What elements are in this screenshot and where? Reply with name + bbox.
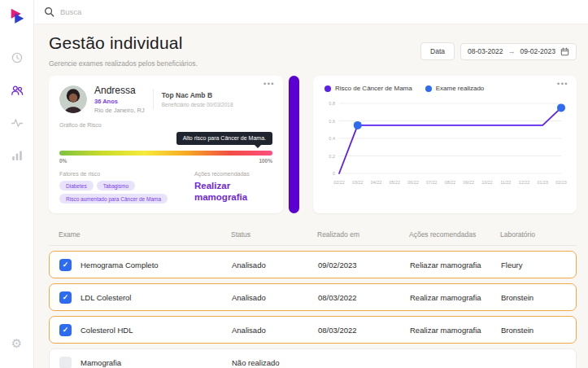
date-start: 08-03-2022 bbox=[468, 47, 503, 55]
table-row[interactable]: LDL Colesterol Analisado 08/03/2022 Real… bbox=[49, 283, 577, 311]
risk-tooltip: Alto risco para Câncer de Mama. bbox=[176, 132, 272, 145]
date-filter-button[interactable]: Data bbox=[420, 42, 455, 60]
sidebar-item-history[interactable] bbox=[6, 46, 28, 69]
date-cell: 09/02/2023 bbox=[318, 261, 410, 269]
patient-name: Andressa bbox=[94, 85, 145, 96]
table-row[interactable]: Mamografia Não realizado bbox=[49, 348, 577, 368]
avatar bbox=[59, 85, 87, 113]
activity-pulse-icon bbox=[11, 116, 24, 129]
column-header-status: Status bbox=[231, 230, 317, 239]
sidebar-item-beneficiaries[interactable] bbox=[6, 79, 28, 102]
patient-card-more-icon[interactable]: ••• bbox=[264, 80, 275, 88]
date-controls: Data 08-03-2022 → 09-02-2023 bbox=[420, 42, 577, 60]
exam-name: LDL Colesterol bbox=[81, 293, 131, 302]
settings-button[interactable]: ⚙ bbox=[6, 332, 28, 355]
exam-checkbox[interactable] bbox=[59, 357, 72, 368]
lab-cell: Fleury bbox=[501, 261, 576, 269]
svg-text:08/22: 08/22 bbox=[445, 180, 455, 185]
svg-text:03/22: 03/22 bbox=[352, 180, 363, 185]
history-clock-icon bbox=[11, 51, 24, 64]
patient-card: ••• bbox=[49, 76, 283, 213]
search-icon bbox=[44, 7, 54, 17]
svg-text:12/22: 12/22 bbox=[519, 180, 529, 185]
risk-line-chart: 00,20,40,60,802/2203/2204/2205/2206/2207… bbox=[323, 95, 567, 195]
risk-scale-max: 100% bbox=[259, 158, 272, 164]
column-header-laboratorio: Laboratório bbox=[500, 230, 577, 239]
svg-text:0: 0 bbox=[333, 171, 335, 176]
patient-plan: Top Nac Amb B bbox=[162, 91, 233, 99]
svg-text:10/22: 10/22 bbox=[481, 180, 492, 185]
svg-text:0,4: 0,4 bbox=[329, 136, 335, 141]
legend-label-exam: Exame realizado bbox=[436, 85, 485, 92]
page-subtitle: Gerencie exames realizados pelos benefic… bbox=[49, 59, 198, 68]
exam-name: Mamografia bbox=[81, 358, 121, 367]
sidebar-item-activity[interactable] bbox=[6, 112, 28, 134]
risk-factors-label: Fatores de risco bbox=[59, 171, 188, 177]
date-cell: 08/03/2022 bbox=[318, 293, 410, 302]
status-cell: Analisado bbox=[232, 261, 318, 269]
svg-text:09/22: 09/22 bbox=[464, 180, 474, 185]
date-range-picker[interactable]: 08-03-2022 → 09-02-2023 bbox=[460, 43, 577, 60]
svg-text:0,2: 0,2 bbox=[329, 154, 335, 159]
table-row[interactable]: Hemograma Completo Analisado 09/02/2023 … bbox=[49, 251, 577, 278]
exam-name: Colesterol HDL bbox=[81, 326, 133, 335]
table-row[interactable]: Colesterol HDL Analisado 08/03/2022 Real… bbox=[49, 316, 577, 344]
exam-checkbox[interactable] bbox=[59, 291, 72, 304]
page-title: Gestão individual bbox=[49, 33, 198, 53]
legend-item-exam: Exame realizado bbox=[425, 85, 485, 92]
app-logo bbox=[8, 7, 26, 28]
date-cell: 08/03/2022 bbox=[318, 326, 410, 335]
svg-text:0,8: 0,8 bbox=[329, 101, 335, 106]
exams-table: Exame Status Realizado em Ações recomend… bbox=[49, 223, 577, 368]
risk-factor-pill: Diabetes bbox=[59, 181, 94, 191]
risk-factor-pill: Risco aumentado para Câncer de Mama bbox=[59, 194, 168, 204]
users-icon bbox=[11, 84, 24, 97]
divider bbox=[153, 89, 154, 110]
risk-gradient-bar bbox=[59, 151, 272, 156]
search-input[interactable] bbox=[60, 7, 182, 16]
calendar-icon bbox=[560, 47, 569, 56]
risk-tooltip-text: Alto risco para Câncer de Mama. bbox=[183, 135, 266, 141]
action-cell: Reliazar mamografia bbox=[410, 261, 501, 269]
bar-chart-icon bbox=[11, 149, 24, 162]
status-cell: Não realizado bbox=[232, 358, 318, 367]
gear-icon: ⚙ bbox=[11, 336, 22, 351]
patient-age: 36 Anos bbox=[94, 98, 145, 105]
svg-text:0,6: 0,6 bbox=[329, 119, 335, 124]
legend-item-risk: Risco de Câncer de Mama bbox=[324, 85, 412, 92]
content: Gestão individual Gerencie exames realiz… bbox=[34, 24, 588, 368]
patient-location: Rio de Janeiro, RJ bbox=[94, 107, 145, 114]
chart-card-more-icon[interactable]: ••• bbox=[557, 80, 568, 88]
recommended-action-link[interactable]: Realizar mamografia bbox=[194, 180, 272, 204]
status-cell: Analisado bbox=[232, 293, 318, 302]
svg-text:02/22: 02/22 bbox=[333, 180, 344, 185]
svg-text:05/22: 05/22 bbox=[390, 180, 400, 185]
exam-checkbox[interactable] bbox=[59, 324, 72, 336]
table-header: Exame Status Realizado em Ações recomend… bbox=[49, 223, 577, 246]
risk-factor-pills: Diabetes Tabagismo Risco aumentado para … bbox=[59, 181, 188, 204]
column-header-exame: Exame bbox=[49, 230, 231, 239]
sidebar-item-reports[interactable] bbox=[6, 144, 28, 167]
legend-dot-risk bbox=[324, 85, 331, 92]
exam-name: Hemograma Completo bbox=[81, 261, 159, 269]
svg-text:04/22: 04/22 bbox=[371, 180, 381, 185]
column-header-acoes: Ações recomendadas bbox=[409, 230, 500, 239]
risk-scale-min: 0% bbox=[59, 158, 67, 164]
status-cell: Analisado bbox=[232, 326, 318, 335]
purple-accent-bar bbox=[289, 76, 299, 213]
svg-text:07/22: 07/22 bbox=[426, 180, 437, 185]
action-cell: Realizar mamografia bbox=[410, 293, 501, 302]
date-end: 09-02-2023 bbox=[520, 47, 555, 55]
chart-legend: Risco de Câncer de Mama Exame realizado bbox=[323, 83, 567, 92]
legend-dot-exam bbox=[425, 85, 432, 92]
patient-member-since: Beneficiário desde 00/03/2018 bbox=[162, 102, 233, 107]
app-window: ⚙ Gestão individual Gerencie exames real… bbox=[0, 0, 588, 368]
risk-chart-label: Gráfico de Risco bbox=[59, 122, 272, 128]
risk-factor-pill: Tabagismo bbox=[97, 181, 135, 191]
svg-text:11/22: 11/22 bbox=[500, 180, 511, 185]
exam-checkbox[interactable] bbox=[59, 259, 72, 271]
lab-cell: Bronstein bbox=[501, 293, 576, 302]
svg-text:02/23: 02/23 bbox=[555, 180, 566, 185]
recommended-actions-label: Ações recomendadas bbox=[194, 171, 272, 177]
lab-cell: Bronstein bbox=[501, 326, 576, 335]
